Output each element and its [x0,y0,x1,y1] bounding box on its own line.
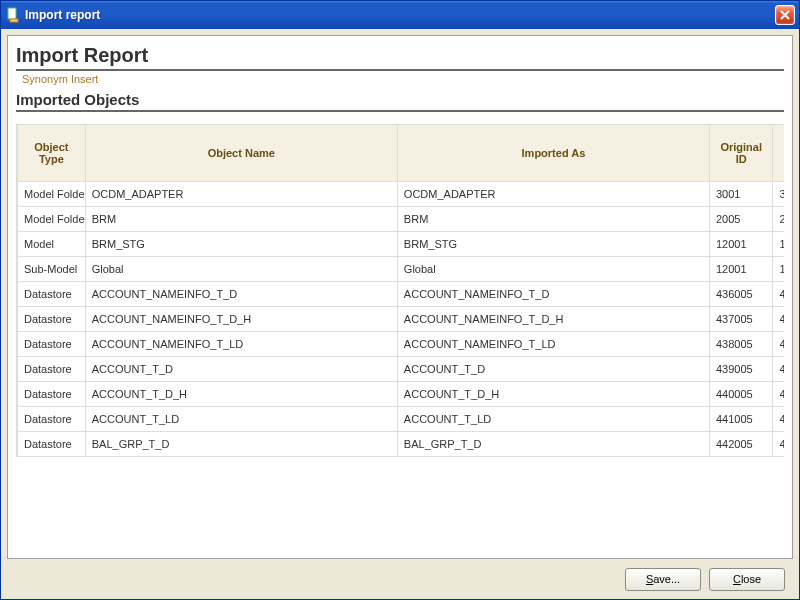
cell-name: OCDM_ADAPTER [85,182,397,207]
cell-type: Datastore [18,407,86,432]
col-object-name: Object Name [85,125,397,182]
cell-nid: 437005 [773,307,784,332]
cell-name: BAL_GRP_T_D [85,432,397,457]
table-row: DatastoreACCOUNT_NAMEINFO_T_LDACCOUNT_NA… [18,332,785,357]
section-label: Synonym Insert [22,73,784,85]
document-icon [5,7,21,23]
cell-nid: 441005 [773,407,784,432]
cell-oid: 438005 [710,332,773,357]
cell-type: Datastore [18,307,86,332]
cell-name: ACCOUNT_NAMEINFO_T_LD [85,332,397,357]
cell-type: Datastore [18,282,86,307]
table-row: DatastoreACCOUNT_T_D_HACCOUNT_T_D_H44000… [18,382,785,407]
cell-oid: 436005 [710,282,773,307]
imported-objects-table: Object Type Object Name Imported As Orig… [17,124,784,457]
table-row: DatastoreACCOUNT_NAMEINFO_T_D_HACCOUNT_N… [18,307,785,332]
cell-name: ACCOUNT_NAMEINFO_T_D_H [85,307,397,332]
cell-name: ACCOUNT_T_D_H [85,382,397,407]
cell-type: Datastore [18,357,86,382]
cell-oid: 441005 [710,407,773,432]
cell-name: BRM_STG [85,232,397,257]
cell-as: ACCOUNT_NAMEINFO_T_LD [397,332,709,357]
cell-name: Global [85,257,397,282]
cell-name: ACCOUNT_NAMEINFO_T_D [85,282,397,307]
cell-as: BRM_STG [397,232,709,257]
cell-as: ACCOUNT_NAMEINFO_T_D_H [397,307,709,332]
cell-as: Global [397,257,709,282]
button-bar: Save... Close [1,559,799,599]
cell-name: BRM [85,207,397,232]
cell-oid: 2005 [710,207,773,232]
save-label-rest: ave... [653,573,680,585]
table-row: Model FolderBRMBRM20052005 [18,207,785,232]
cell-oid: 442005 [710,432,773,457]
cell-oid: 440005 [710,382,773,407]
cell-type: Datastore [18,432,86,457]
table-row: DatastoreACCOUNT_T_LDACCOUNT_T_LD4410054… [18,407,785,432]
close-button[interactable] [775,5,795,25]
subsection-title: Imported Objects [16,91,784,112]
table-row: ModelBRM_STGBRM_STG1200112001 [18,232,785,257]
cell-nid: 440005 [773,382,784,407]
cell-as: ACCOUNT_T_D [397,357,709,382]
col-new-id: New ID After Import [773,125,784,182]
cell-oid: 3001 [710,182,773,207]
table-row: DatastoreBAL_GRP_T_DBAL_GRP_T_D442005442… [18,432,785,457]
table-row: DatastoreACCOUNT_NAMEINFO_T_DACCOUNT_NAM… [18,282,785,307]
cell-oid: 439005 [710,357,773,382]
col-object-type: Object Type [18,125,86,182]
close-icon [780,10,790,20]
table-row: Sub-ModelGlobalGlobal1200112001 [18,257,785,282]
cell-as: OCDM_ADAPTER [397,182,709,207]
cell-oid: 12001 [710,232,773,257]
cell-nid: 439005 [773,357,784,382]
window-title: Import report [25,8,775,22]
import-report-window: Import report Import Report Synonym Inse… [0,0,800,600]
cell-type: Model [18,232,86,257]
content-area: Import Report Synonym Insert Imported Ob… [7,35,793,559]
cell-nid: 3001 [773,182,784,207]
cell-type: Sub-Model [18,257,86,282]
cell-as: ACCOUNT_T_LD [397,407,709,432]
save-button[interactable]: Save... [625,568,701,591]
table-header-row: Object Type Object Name Imported As Orig… [18,125,785,182]
svg-rect-1 [10,19,18,22]
cell-oid: 437005 [710,307,773,332]
cell-type: Datastore [18,332,86,357]
cell-oid: 12001 [710,257,773,282]
cell-nid: 12001 [773,232,784,257]
cell-name: ACCOUNT_T_LD [85,407,397,432]
cell-nid: 12001 [773,257,784,282]
cell-nid: 436005 [773,282,784,307]
cell-nid: 442005 [773,432,784,457]
cell-as: ACCOUNT_T_D_H [397,382,709,407]
cell-as: BAL_GRP_T_D [397,432,709,457]
titlebar[interactable]: Import report [1,1,799,29]
cell-nid: 438005 [773,332,784,357]
cell-name: ACCOUNT_T_D [85,357,397,382]
cell-type: Datastore [18,382,86,407]
cell-nid: 2005 [773,207,784,232]
svg-rect-0 [8,8,16,19]
col-original-id: Original ID [710,125,773,182]
close-dialog-button[interactable]: Close [709,568,785,591]
table-scroll[interactable]: Object Type Object Name Imported As Orig… [16,124,784,457]
col-imported-as: Imported As [397,125,709,182]
cell-as: ACCOUNT_NAMEINFO_T_D [397,282,709,307]
table-row: Model FolderOCDM_ADAPTEROCDM_ADAPTER3001… [18,182,785,207]
cell-type: Model Folder [18,207,86,232]
close-label-rest: lose [741,573,761,585]
table-row: DatastoreACCOUNT_T_DACCOUNT_T_D439005439… [18,357,785,382]
cell-type: Model Folder [18,182,86,207]
page-title: Import Report [16,44,784,71]
cell-as: BRM [397,207,709,232]
report-scroll[interactable]: Import Report Synonym Insert Imported Ob… [8,36,792,558]
